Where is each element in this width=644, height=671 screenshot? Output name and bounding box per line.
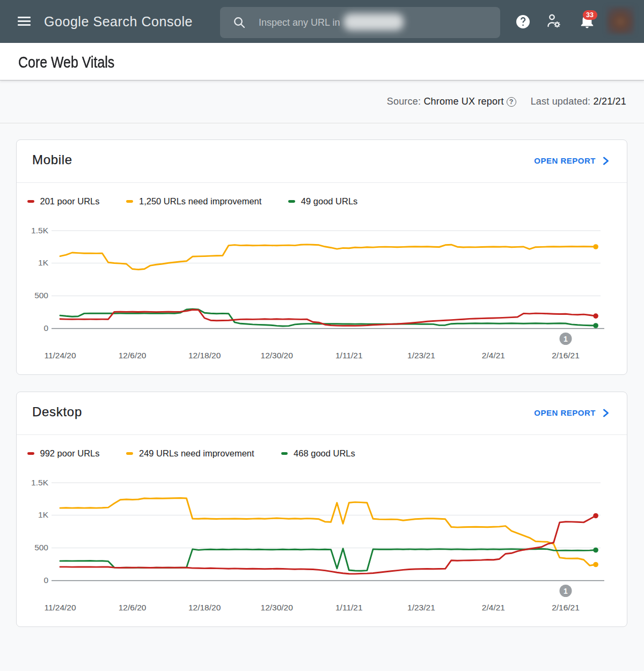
svg-text:2/4/21: 2/4/21	[482, 351, 505, 360]
svg-text:1/11/21: 1/11/21	[335, 603, 363, 612]
svg-text:2/16/21: 2/16/21	[552, 351, 580, 360]
svg-text:11/24/20: 11/24/20	[44, 603, 76, 612]
svg-text:0: 0	[43, 323, 48, 333]
svg-text:12/18/20: 12/18/20	[188, 351, 221, 360]
svg-text:12/30/20: 12/30/20	[261, 351, 294, 360]
svg-text:11/24/20: 11/24/20	[44, 351, 76, 360]
svg-text:2/4/21: 2/4/21	[482, 603, 505, 612]
svg-text:1K: 1K	[38, 510, 49, 519]
svg-text:12/18/20: 12/18/20	[188, 603, 221, 612]
svg-text:1.5K: 1.5K	[31, 226, 49, 235]
svg-text:500: 500	[34, 543, 48, 552]
svg-text:2/16/21: 2/16/21	[552, 603, 580, 612]
svg-text:1K: 1K	[38, 258, 49, 267]
svg-text:1: 1	[564, 335, 568, 343]
svg-text:12/6/20: 12/6/20	[119, 351, 147, 360]
svg-text:12/6/20: 12/6/20	[119, 603, 147, 612]
svg-text:1/11/21: 1/11/21	[335, 351, 363, 360]
svg-text:1: 1	[564, 587, 568, 595]
svg-text:1.5K: 1.5K	[31, 478, 49, 487]
svg-text:500: 500	[34, 291, 48, 300]
svg-text:1/23/21: 1/23/21	[407, 603, 435, 612]
svg-text:1/23/21: 1/23/21	[407, 351, 435, 360]
svg-text:12/30/20: 12/30/20	[261, 603, 294, 612]
svg-text:0: 0	[43, 576, 48, 585]
